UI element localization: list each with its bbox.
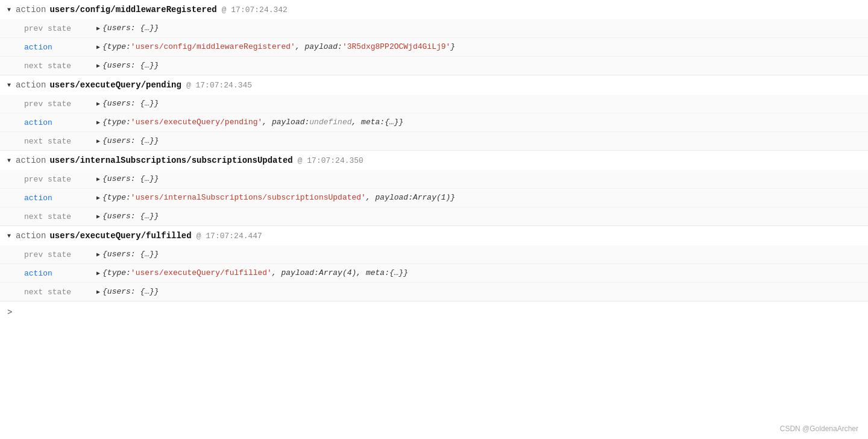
value-part: {…}} bbox=[389, 268, 408, 277]
detail-value: ▶{type: 'users/executeQuery/pending', pa… bbox=[96, 118, 403, 127]
value-part: '3R5dxg8PP2OCWjd4GiLj9' bbox=[342, 42, 450, 51]
detail-row: action▶{type: 'users/config/middlewareRe… bbox=[0, 38, 868, 57]
value-text: {users: {…}} bbox=[102, 136, 159, 145]
value-part: Array(1)} bbox=[413, 193, 455, 202]
value-part: {…}} bbox=[385, 118, 403, 127]
detail-key: action bbox=[24, 42, 96, 52]
detail-key: action bbox=[24, 118, 96, 127]
detail-value: ▶{users: {…}} bbox=[96, 250, 159, 259]
value-part: , payload: bbox=[295, 42, 342, 51]
action-group: ▼actionusers/executeQuery/fulfilled@ 17:… bbox=[0, 226, 868, 302]
value-part: 'users/executeQuery/pending' bbox=[131, 118, 262, 127]
action-details: prev state▶{users: {…}}action▶{type: 'us… bbox=[0, 19, 868, 75]
chevron-down-icon[interactable]: ▼ bbox=[7, 157, 11, 164]
detail-value: ▶{type: 'users/config/middlewareRegister… bbox=[96, 42, 455, 51]
action-timestamp: @ 17:07:24.350 bbox=[298, 156, 363, 165]
action-details: prev state▶{users: {…}}action▶{type: 'us… bbox=[0, 170, 868, 226]
detail-key: prev state bbox=[24, 250, 96, 259]
action-label: action bbox=[16, 80, 46, 90]
value-text: {users: {…}} bbox=[102, 250, 159, 259]
value-part: } bbox=[450, 42, 455, 51]
action-name: users/internalSubscriptions/subscription… bbox=[49, 156, 292, 165]
expand-triangle-icon[interactable]: ▶ bbox=[96, 137, 100, 145]
value-part: undefined bbox=[309, 118, 351, 127]
detail-key: action bbox=[24, 268, 96, 278]
value-part: {type: bbox=[102, 268, 131, 277]
expand-triangle-icon[interactable]: ▶ bbox=[96, 288, 100, 295]
value-text: {users: {…}} bbox=[102, 24, 159, 33]
value-part: , meta: bbox=[352, 118, 385, 127]
chevron-down-icon[interactable]: ▼ bbox=[7, 82, 11, 89]
detail-value: ▶{users: {…}} bbox=[96, 24, 159, 33]
detail-row: prev state▶{users: {…}} bbox=[0, 245, 868, 264]
action-header[interactable]: ▼actionusers/executeQuery/pending@ 17:07… bbox=[0, 75, 868, 95]
value-part: 'users/config/middlewareRegistered' bbox=[131, 42, 295, 51]
expand-triangle-icon[interactable]: ▶ bbox=[96, 62, 100, 69]
value-text: {users: {…}} bbox=[102, 287, 159, 296]
action-details: prev state▶{users: {…}}action▶{type: 'us… bbox=[0, 245, 868, 301]
expand-triangle-icon[interactable]: ▶ bbox=[96, 25, 100, 32]
value-text: {users: {…}} bbox=[102, 99, 159, 108]
value-part: , payload: bbox=[366, 193, 413, 202]
value-text: {users: {…}} bbox=[102, 61, 159, 70]
log-container: ▼actionusers/config/middlewareRegistered… bbox=[0, 0, 868, 323]
action-group: ▼actionusers/config/middlewareRegistered… bbox=[0, 0, 868, 75]
detail-value: ▶{users: {…}} bbox=[96, 99, 159, 108]
value-part: Array(4) bbox=[319, 268, 356, 277]
action-header[interactable]: ▼actionusers/internalSubscriptions/subsc… bbox=[0, 151, 868, 170]
expand-triangle-icon[interactable]: ▶ bbox=[96, 213, 100, 220]
detail-key: next state bbox=[24, 287, 96, 297]
action-group: ▼actionusers/executeQuery/pending@ 17:07… bbox=[0, 75, 868, 151]
detail-value: ▶{type: 'users/internalSubscriptions/sub… bbox=[96, 193, 455, 202]
detail-row: prev state▶{users: {…}} bbox=[0, 19, 868, 38]
expand-triangle-icon[interactable]: ▶ bbox=[96, 270, 100, 277]
detail-row: action▶{type: 'users/executeQuery/fulfil… bbox=[0, 264, 868, 283]
action-name: users/config/middlewareRegistered bbox=[49, 5, 216, 14]
action-header[interactable]: ▼actionusers/config/middlewareRegistered… bbox=[0, 0, 868, 19]
detail-row: prev state▶{users: {…}} bbox=[0, 170, 868, 189]
detail-row: next state▶{users: {…}} bbox=[0, 132, 868, 150]
detail-value: ▶{users: {…}} bbox=[96, 61, 159, 70]
expand-triangle-icon[interactable]: ▶ bbox=[96, 43, 100, 51]
expand-triangle-icon[interactable]: ▶ bbox=[96, 194, 100, 201]
action-label: action bbox=[16, 5, 46, 14]
detail-value: ▶{type: 'users/executeQuery/fulfilled', … bbox=[96, 268, 408, 277]
action-group: ▼actionusers/internalSubscriptions/subsc… bbox=[0, 151, 868, 226]
action-timestamp: @ 17:07:24.447 bbox=[197, 232, 262, 241]
detail-key: next state bbox=[24, 212, 96, 221]
action-timestamp: @ 17:07:24.342 bbox=[222, 5, 288, 14]
detail-row: action▶{type: 'users/internalSubscriptio… bbox=[0, 189, 868, 207]
detail-value: ▶{users: {…}} bbox=[96, 174, 159, 183]
value-text: {users: {…}} bbox=[102, 212, 159, 221]
footer-prompt: > bbox=[0, 302, 868, 323]
detail-key: prev state bbox=[24, 99, 96, 109]
action-name: users/executeQuery/pending bbox=[49, 80, 181, 90]
detail-row: action▶{type: 'users/executeQuery/pendin… bbox=[0, 113, 868, 132]
detail-row: next state▶{users: {…}} bbox=[0, 283, 868, 301]
detail-value: ▶{users: {…}} bbox=[96, 287, 159, 296]
detail-value: ▶{users: {…}} bbox=[96, 212, 159, 221]
action-label: action bbox=[16, 156, 46, 165]
value-part: , meta: bbox=[356, 268, 389, 277]
expand-triangle-icon[interactable]: ▶ bbox=[96, 175, 100, 183]
expand-triangle-icon[interactable]: ▶ bbox=[96, 119, 100, 126]
detail-row: next state▶{users: {…}} bbox=[0, 207, 868, 226]
value-text: {users: {…}} bbox=[102, 174, 159, 183]
value-part: {type: bbox=[102, 118, 131, 127]
value-part: , payload: bbox=[272, 268, 319, 277]
detail-key: prev state bbox=[24, 24, 96, 33]
expand-triangle-icon[interactable]: ▶ bbox=[96, 251, 100, 258]
chevron-down-icon[interactable]: ▼ bbox=[7, 7, 11, 13]
detail-row: prev state▶{users: {…}} bbox=[0, 95, 868, 113]
watermark-text: CSDN @GoldenaArcher bbox=[780, 425, 858, 433]
expand-triangle-icon[interactable]: ▶ bbox=[96, 100, 100, 107]
value-part: 'users/executeQuery/fulfilled' bbox=[131, 268, 272, 277]
detail-value: ▶{users: {…}} bbox=[96, 136, 159, 145]
chevron-down-icon[interactable]: ▼ bbox=[7, 233, 11, 239]
detail-key: next state bbox=[24, 136, 96, 146]
action-details: prev state▶{users: {…}}action▶{type: 'us… bbox=[0, 95, 868, 150]
value-part: {type: bbox=[102, 193, 131, 202]
detail-key: next state bbox=[24, 61, 96, 71]
action-header[interactable]: ▼actionusers/executeQuery/fulfilled@ 17:… bbox=[0, 226, 868, 245]
action-label: action bbox=[16, 231, 46, 241]
